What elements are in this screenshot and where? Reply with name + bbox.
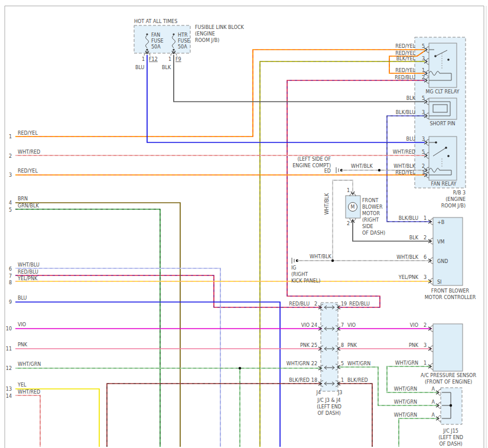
ac-pressure-sensor-box: [433, 324, 463, 371]
label-shortpin-pin5-wire: BLK: [406, 96, 416, 101]
label-num-6: 6: [9, 267, 12, 272]
label-num-5: 5: [9, 207, 12, 213]
label-jc-right-1: 1: [341, 378, 344, 383]
label-wire-3: RED/YEL: [18, 168, 38, 174]
label-num-7: 7: [9, 274, 12, 279]
wire-blu-fuse: [147, 55, 425, 142]
fan-relay-box: [429, 137, 457, 180]
wire-grn-blk-5-stripe: [15, 209, 160, 447]
label-f12-pin: 1: [142, 57, 145, 62]
label-j15-whtgrn-1: WHT/GRN: [394, 387, 417, 392]
label-mgclt-pin5: 5: [422, 44, 425, 49]
label-fanrelay-pin2-wire: WHT/BLK: [393, 164, 415, 169]
label-wire-10: VIO: [18, 322, 26, 327]
label-jc-left-2: 2: [314, 301, 317, 307]
label-mgclt-pin3-wire: BLK/YEL: [396, 56, 416, 61]
label-ctrl-pin2: 2: [424, 235, 427, 241]
label-sensor-vio: VIO: [410, 323, 418, 328]
label-j15-name-line2: (LEFT END: [438, 435, 463, 440]
label-rb3-line3: ROOM J/B): [441, 203, 466, 209]
label-ctrl-pin2-wire: BLK: [409, 235, 419, 241]
wire-wht-blu-6: [15, 268, 220, 447]
label-num-13: 13: [6, 387, 12, 392]
label-num-9: 9: [9, 300, 12, 305]
label-jc-name-line3: OF DASH): [317, 411, 340, 416]
label-rb3-line2: (ENGINE: [445, 197, 466, 202]
label-fanrelay-pin1: 1: [422, 170, 425, 176]
label-ctrl-pin3: 3: [424, 275, 427, 280]
label-wire-13: YEL: [17, 382, 27, 388]
label-ed-loc-line2: ENGINE COMPT): [292, 163, 331, 168]
label-wire-1: RED/YEL: [18, 131, 38, 136]
label-ig-loc-line1: (RIGHT: [291, 272, 308, 277]
label-jc-name-line2: (LEFT END: [317, 404, 341, 410]
label-j15-name-line3: OF DASH): [439, 441, 462, 447]
label-jc-right-19: 19: [341, 301, 347, 307]
label-mgclt-pin1-wire: RED/YEL: [395, 68, 415, 73]
jc-j3-j4-box: [321, 303, 338, 391]
fan-fuse-terminal-top: [146, 33, 148, 35]
label-wire-5: GRN/BLK: [18, 203, 39, 209]
label-jc-left-redblu: RED/BLU: [289, 301, 310, 307]
label-motor-pin1: 1: [347, 188, 350, 193]
label-motor-wire-vert: WHT/BLK: [324, 193, 330, 215]
label-wire-12: WHT/GRN: [18, 362, 41, 367]
label-jc-left-whtgrn: WHT/GRN: [287, 361, 310, 366]
label-wire-2: WHT/RED: [18, 150, 40, 155]
label-ctrl-plus-b: +B: [437, 220, 444, 225]
label-wire-9: BLU: [18, 296, 27, 301]
wire-wht-red-14: [15, 395, 40, 447]
label-wire-14: WHT/RED: [18, 389, 40, 395]
label-fanrelay-pin3: 3: [422, 137, 425, 142]
label-motor-line2: BLOWER: [362, 204, 383, 210]
label-wire-7: RED/BLU: [18, 270, 38, 275]
junction-dot: [331, 259, 334, 262]
label-f9: F9: [175, 57, 181, 62]
wire-wht-grn-bottom: [399, 418, 438, 447]
label-f12: F12: [149, 57, 158, 62]
wire-wht-blu-6-stripe: [15, 268, 220, 447]
label-hot-at-all-times: HOT AT ALL TIMES: [134, 19, 177, 24]
label-num-11: 11: [6, 346, 12, 352]
label-j15-a2: A: [432, 400, 435, 405]
label-mgclt-pin2-wire: RED/BLU: [395, 75, 415, 80]
label-num-4: 4: [9, 200, 12, 206]
label-jc-right-redblu: RED/BLU: [349, 301, 370, 307]
label-motor-line3: MOTOR: [362, 211, 380, 216]
label-fuse-blk: BLK: [162, 65, 171, 70]
label-shortpin-pin5: 5: [422, 96, 425, 101]
label-jc-j3: J3: [337, 390, 342, 395]
label-ctrl-pin1-wire: BLK/BLU: [399, 216, 418, 221]
label-wire-6: WHT/BLU: [18, 262, 40, 268]
label-ctrl-pin6-wire: WHT/BLK: [396, 255, 418, 260]
label-htr-fuse-line2: FUSE: [178, 38, 190, 44]
label-shortpin-pin3: 3: [422, 110, 425, 115]
wire-red-blu-7: [15, 275, 322, 307]
label-num-12: 12: [6, 366, 12, 371]
label-f9-pin: 1: [168, 57, 171, 62]
label-mgclt-name: MG CLT RELAY: [425, 89, 459, 95]
label-fanrelay-pin1-wire: RED/YEL: [395, 170, 415, 176]
label-jc-right-5: 5: [341, 361, 344, 366]
wire-red-yel-1: [15, 50, 425, 137]
label-ctrl-pin3-wire: YEL/PNK: [398, 275, 419, 280]
label-motor-line5: SIDE: [362, 224, 373, 229]
label-ctrl-vm: VM: [437, 239, 444, 245]
label-ctrl-name-line1: FRONT BLOWER: [431, 288, 470, 294]
label-ctrl-gnd: GND: [437, 259, 448, 264]
label-ig-name: IG: [291, 265, 297, 271]
junction-dot: [239, 367, 241, 369]
labels-layer: HOT AT ALL TIMESFANFUSE50AHTRFUSE50AFUSI…: [6, 19, 477, 447]
label-j15-whtgrn-2: WHT/GRN: [394, 400, 417, 405]
label-mgclt-loop-wire: RED/YEL: [395, 51, 415, 56]
wiring-diagram-page: HOT AT ALL TIMESFANFUSE50AHTRFUSE50AFUSI…: [0, 0, 488, 448]
label-ctrl-pin6: 6: [424, 255, 427, 260]
label-motor-line4: (RIGHT: [362, 217, 379, 223]
wire-blk-red-right-stripe: [338, 384, 372, 447]
label-sensor-pnk: PNK: [409, 343, 419, 348]
label-ctrl-pin1: 1: [424, 216, 427, 221]
label-num-10: 10: [6, 326, 12, 332]
label-fanrelay-pin5: 5: [422, 150, 425, 155]
label-j15-name-line1: J/C J15: [443, 428, 458, 434]
label-jc-right-vio: VIO: [347, 323, 356, 328]
